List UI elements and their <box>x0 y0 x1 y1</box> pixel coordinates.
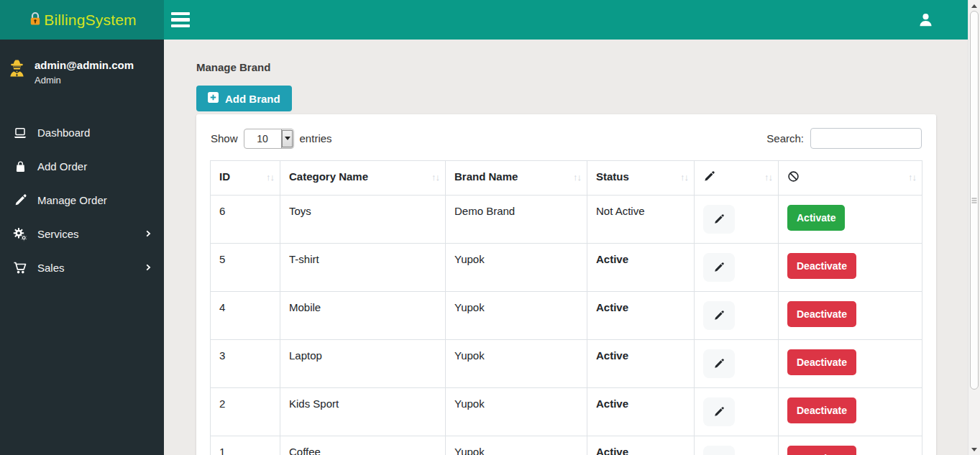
deactivate-button[interactable]: Deactivate <box>787 301 856 327</box>
cogs-icon <box>13 227 27 242</box>
deactivate-button[interactable]: Deactivate <box>787 397 856 423</box>
cell-brand: Yupok <box>446 388 587 436</box>
cell-brand: Yupok <box>446 436 587 455</box>
edit-icon <box>703 173 715 185</box>
table-row: 6 Toys Demo Brand Not Active Activate <box>211 196 922 244</box>
cell-status: Not Active <box>587 196 695 244</box>
sort-icon: ↑↓ <box>431 172 439 183</box>
page-length-select[interactable]: 10 <box>244 129 294 149</box>
cell-brand: Yupok <box>446 244 587 292</box>
cell-id: 4 <box>211 292 280 340</box>
chevron-right-icon <box>144 228 152 240</box>
deactivate-button[interactable]: Deactivate <box>787 446 856 455</box>
brand-table-card: Show 10 entries Search: ID↑↓ Ca <box>196 114 936 455</box>
search-label: Search: <box>766 132 804 144</box>
column-header-edit[interactable]: ↑↓ <box>695 161 779 196</box>
edit-button[interactable] <box>703 301 735 330</box>
cell-id: 5 <box>211 244 280 292</box>
sidebar-item-label: Sales <box>37 262 134 274</box>
column-header-brand[interactable]: Brand Name↑↓ <box>446 161 587 196</box>
column-header-status[interactable]: Status↑↓ <box>587 161 695 196</box>
sort-icon: ↑↓ <box>908 172 916 183</box>
table-row: 3 Laptop Yupok Active Deactivate <box>211 340 922 388</box>
page-length-control: Show 10 entries <box>211 129 332 149</box>
sidebar-item-dashboard[interactable]: Dashboard <box>0 116 164 150</box>
scroll-up-arrow-icon[interactable] <box>968 0 980 12</box>
scroll-down-arrow-icon[interactable] <box>968 443 980 455</box>
laptop-icon <box>13 126 27 140</box>
search-input[interactable] <box>810 128 922 149</box>
navbar <box>164 0 968 40</box>
brand-name: BillingSystem <box>44 12 137 29</box>
sort-icon: ↑↓ <box>266 172 274 183</box>
vertical-scrollbar[interactable] <box>968 0 980 455</box>
deactivate-button[interactable]: Deactivate <box>787 349 856 375</box>
user-role: Admin <box>35 75 134 86</box>
edit-button[interactable] <box>703 446 735 455</box>
cell-category: Coffee <box>280 436 446 455</box>
ban-icon <box>787 173 800 185</box>
cell-category: Mobile <box>280 292 446 340</box>
sidebar-item-add-order[interactable]: Add Order <box>0 150 164 183</box>
main-content: Manage Brand Add Brand Show 10 entries S… <box>164 40 968 455</box>
deactivate-button[interactable]: Deactivate <box>787 253 856 279</box>
cell-brand: Demo Brand <box>446 196 587 244</box>
hamburger-icon[interactable] <box>171 6 200 35</box>
app-logo[interactable]: BillingSystem <box>0 0 164 40</box>
cell-category: T-shirt <box>280 244 446 292</box>
cell-status: Active <box>587 436 695 455</box>
column-header-id[interactable]: ID↑↓ <box>211 161 280 196</box>
sidebar: admin@admin.com Admin Dashboard Add Orde… <box>0 40 164 455</box>
chevron-right-icon <box>144 262 152 274</box>
cell-category: Laptop <box>280 340 446 388</box>
sidebar-item-manage-order[interactable]: Manage Order <box>0 183 164 217</box>
brand-table: ID↑↓ Category Name↑↓ Brand Name↑↓ Status… <box>210 160 922 455</box>
table-row: 2 Kids Sport Yupok Active Deactivate <box>211 388 922 436</box>
table-row: 5 T-shirt Yupok Active Deactivate <box>211 244 922 292</box>
cell-id: 1 <box>211 436 280 455</box>
user-panel: admin@admin.com Admin <box>0 40 164 93</box>
sidebar-item-label: Dashboard <box>37 127 152 139</box>
column-header-category[interactable]: Category Name↑↓ <box>280 161 446 196</box>
top-header: BillingSystem <box>0 0 968 40</box>
sort-icon: ↑↓ <box>573 172 581 183</box>
table-header-row: ID↑↓ Category Name↑↓ Brand Name↑↓ Status… <box>211 161 922 196</box>
table-row: 1 Coffee Yupok Active Deactivate <box>211 436 922 455</box>
scrollbar-grip <box>972 198 977 203</box>
table-row: 4 Mobile Yupok Active Deactivate <box>211 292 922 340</box>
edit-button[interactable] <box>703 205 735 234</box>
entries-label: entries <box>300 132 332 144</box>
shopping-bag-icon <box>13 160 27 173</box>
user-email: admin@admin.com <box>35 58 134 73</box>
cell-category: Toys <box>280 196 446 244</box>
show-label: Show <box>211 132 238 144</box>
cell-status: Active <box>587 292 695 340</box>
cell-status: Active <box>587 244 695 292</box>
pencil-icon <box>13 193 27 207</box>
sidebar-item-label: Services <box>37 228 134 240</box>
cart-icon <box>13 261 27 275</box>
sidebar-item-sales[interactable]: Sales <box>0 251 164 285</box>
scrollbar-thumb[interactable] <box>970 11 979 390</box>
search-control: Search: <box>766 128 922 149</box>
sidebar-item-label: Manage Order <box>37 194 152 206</box>
cell-id: 6 <box>211 196 280 244</box>
sidebar-menu: Dashboard Add Order Manage Order <box>0 116 164 285</box>
sidebar-item-label: Add Order <box>37 160 152 173</box>
edit-button[interactable] <box>703 349 735 378</box>
user-icon[interactable] <box>915 9 936 31</box>
cell-category: Kids Sport <box>280 388 446 436</box>
edit-button[interactable] <box>703 253 735 282</box>
add-brand-button[interactable]: Add Brand <box>196 86 292 111</box>
padlock-icon <box>27 11 43 29</box>
cell-brand: Yupok <box>446 340 587 388</box>
sort-icon: ↑↓ <box>764 172 772 183</box>
plus-square-icon <box>208 92 219 105</box>
edit-button[interactable] <box>703 397 735 426</box>
page-title: Manage Brand <box>196 61 936 73</box>
table-controls: Show 10 entries Search: <box>211 128 922 149</box>
column-header-status-toggle[interactable]: ↑↓ <box>779 161 922 196</box>
user-secret-icon <box>7 58 27 81</box>
sidebar-item-services[interactable]: Services <box>0 217 164 251</box>
activate-button[interactable]: Activate <box>787 205 845 231</box>
